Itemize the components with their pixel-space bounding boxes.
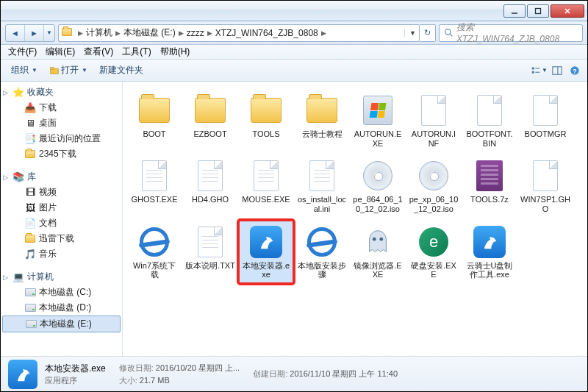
sidebar-item-2345[interactable]: 2345下载 [1, 146, 122, 162]
sidebar-item-documents[interactable]: 📄文档 [1, 215, 122, 231]
sidebar-item-videos[interactable]: 🎞视频 [1, 185, 122, 200]
file-label: AUTORUN.INF [409, 129, 459, 148]
sidebar-item-downloads[interactable]: 📥下载 [1, 100, 122, 115]
details-filename: 本地安装器.exe [45, 363, 106, 375]
sidebar-item-drive-d[interactable]: 本地磁盘 (D:) [1, 300, 122, 316]
refresh-button[interactable]: ↻ [420, 24, 436, 42]
file-icon [472, 93, 507, 128]
drive-icon [24, 302, 36, 314]
sidebar-item-desktop[interactable]: 🖥桌面 [1, 115, 122, 131]
open-button[interactable]: 打开▼ [43, 62, 93, 79]
file-item[interactable]: BOOTMGR [518, 89, 573, 152]
file-label: os_install_local.ini [297, 195, 347, 213]
file-label: AUTORUN.EXE [353, 129, 403, 148]
address-bar[interactable]: ▶计算机 ▶本地磁盘 (E:) ▶zzzz ▶XTZJ_WIN764_ZJB_0… [58, 24, 420, 42]
breadcrumb[interactable]: ▶XTZJ_WIN764_ZJB_0808▶ [204, 28, 329, 38]
organize-button[interactable]: 组织▼ [5, 62, 43, 79]
file-label: pe_xp_06_10_12_02.iso [409, 195, 459, 213]
svg-rect-12 [553, 66, 562, 74]
maximize-button[interactable] [527, 4, 549, 18]
file-item[interactable]: AUTORUN.INF [406, 89, 461, 152]
folder-icon [24, 233, 36, 245]
sidebar-item-thunder[interactable]: 迅雷下载 [1, 231, 122, 246]
star-icon: ⭐ [12, 87, 24, 99]
file-icon [360, 93, 395, 128]
breadcrumb[interactable]: ▶计算机 [75, 26, 112, 39]
file-icon [304, 93, 340, 128]
menu-help[interactable]: 帮助(H) [156, 44, 195, 60]
menu-bar: 文件(F) 编辑(E) 查看(V) 工具(T) 帮助(H) [1, 45, 587, 60]
file-item[interactable]: GHOST.EXE [127, 154, 182, 217]
details-pane: 本地安装器.exe 应用程序 修改日期: 2016/10/20 星期四 上...… [1, 356, 587, 391]
sidebar-computer-header[interactable]: ▷💻计算机 [1, 269, 122, 285]
file-item[interactable]: AUTORUN.EXE [351, 89, 405, 152]
file-item[interactable]: EZBOOT [183, 89, 237, 152]
menu-edit[interactable]: 编辑(E) [41, 44, 79, 60]
file-item[interactable]: 本地版安装步骤 [295, 221, 349, 283]
file-label: EZBOOT [193, 129, 226, 139]
new-folder-button[interactable]: 新建文件夹 [93, 62, 149, 79]
breadcrumb[interactable]: ▶本地磁盘 (E:) [112, 26, 176, 39]
document-icon: 📄 [24, 218, 36, 229]
file-label: GHOST.EXE [132, 195, 178, 204]
search-input[interactable]: 搜索 XTZJ_WIN764_ZJB_0808 [439, 24, 583, 42]
file-item[interactable]: pe_864_06_10_12_02.iso [351, 154, 405, 217]
file-item[interactable]: HD4.GHO [183, 154, 237, 217]
back-button[interactable]: ◄ [6, 25, 25, 41]
close-button[interactable] [551, 4, 584, 18]
window-titlebar [1, 1, 587, 21]
svg-text:?: ? [573, 67, 576, 74]
file-icon [248, 224, 284, 260]
file-item[interactable]: WIN7SP1.GHO [518, 154, 573, 217]
file-item[interactable]: TOOLS.7z [462, 154, 517, 217]
drive-icon [25, 318, 37, 330]
minimize-button[interactable] [503, 4, 526, 18]
file-icon [360, 224, 395, 260]
file-item[interactable]: 版本说明.TXT [183, 221, 237, 283]
file-icon [137, 224, 172, 260]
nav-history-dropdown[interactable]: ▼ [44, 25, 54, 41]
breadcrumb[interactable]: ▶zzzz [176, 28, 204, 38]
nav-buttons: ◄ ► ▼ [5, 24, 55, 42]
sidebar-item-recent[interactable]: 📑最近访问的位置 [1, 131, 122, 146]
sidebar-item-drive-c[interactable]: 本地磁盘 (C:) [1, 285, 122, 300]
desktop-icon: 🖥 [24, 118, 36, 129]
file-item[interactable]: 云骑士U盘制作工具.exe [462, 221, 517, 283]
sidebar-item-drive-e[interactable]: 本地磁盘 (E:) [2, 316, 121, 332]
library-icon: 📚 [12, 171, 24, 183]
file-item[interactable]: 云骑士教程 [295, 89, 349, 152]
file-label: 云骑士教程 [302, 129, 343, 139]
details-filetype: 应用程序 [45, 375, 106, 386]
navigation-pane[interactable]: ▷⭐收藏夹 📥下载 🖥桌面 📑最近访问的位置 2345下载 ▷📚库 🎞视频 🖼图… [1, 82, 123, 356]
address-dropdown[interactable]: ▼ [404, 29, 416, 37]
file-item[interactable]: 镜像浏览器.EXE [351, 221, 405, 283]
svg-rect-8 [532, 67, 534, 69]
preview-pane-button[interactable] [549, 63, 565, 79]
sidebar-favorites-header[interactable]: ▷⭐收藏夹 [1, 85, 122, 100]
menu-file[interactable]: 文件(F) [4, 44, 41, 60]
file-label: TOOLS.7z [470, 195, 509, 204]
svg-line-5 [450, 34, 452, 36]
folder-icon [62, 28, 72, 38]
file-item[interactable]: MOUSE.EXE [239, 154, 293, 217]
file-item[interactable]: TOOLS [239, 89, 293, 152]
file-icon [193, 158, 228, 193]
menu-tools[interactable]: 工具(T) [118, 44, 155, 60]
sidebar-item-pictures[interactable]: 🖼图片 [1, 200, 122, 215]
file-item[interactable]: BOOTFONT.BIN [462, 89, 517, 152]
file-item[interactable]: Win7系统下载 [127, 221, 182, 283]
file-label: BOOTFONT.BIN [465, 129, 514, 148]
sidebar-libraries-header[interactable]: ▷📚库 [1, 169, 122, 185]
file-item[interactable]: os_install_local.ini [295, 154, 349, 217]
file-item[interactable]: 本地安装器.exe [239, 221, 293, 283]
file-icon [472, 158, 507, 193]
help-button[interactable]: ? [567, 63, 583, 79]
forward-button[interactable]: ► [25, 25, 44, 41]
file-item[interactable]: e硬盘安装.EXE [406, 221, 461, 283]
file-item[interactable]: BOOT [127, 89, 182, 152]
menu-view[interactable]: 查看(V) [79, 44, 118, 60]
file-list[interactable]: BOOTEZBOOTTOOLS云骑士教程AUTORUN.EXEAUTORUN.I… [123, 82, 587, 356]
view-options-button[interactable]: ▼ [531, 63, 548, 79]
file-item[interactable]: pe_xp_06_10_12_02.iso [406, 154, 461, 217]
sidebar-item-music[interactable]: 🎵音乐 [1, 246, 122, 262]
